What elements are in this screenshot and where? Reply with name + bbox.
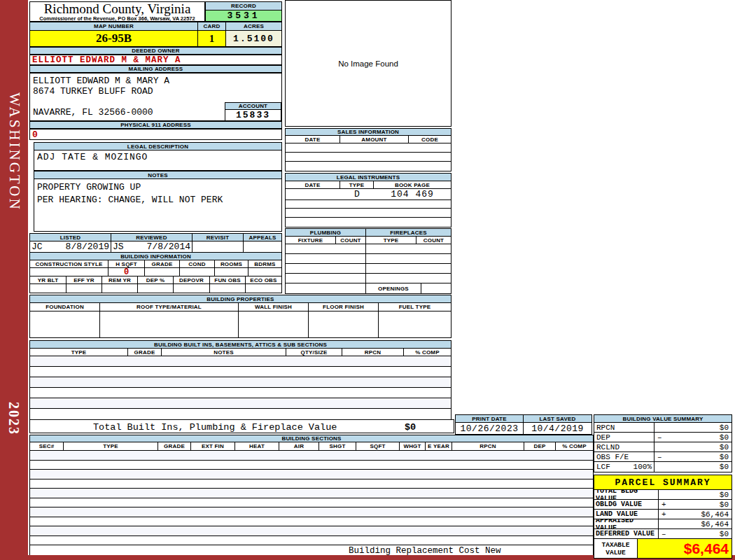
rooms-label: ROOMS xyxy=(215,260,248,267)
bvs-row-label: LCF xyxy=(596,463,610,471)
record-value: 3531 xyxy=(206,10,281,21)
openings-value xyxy=(421,284,451,293)
openings-label: OPENINGS xyxy=(366,284,421,293)
bvs-row-pct: 100% xyxy=(634,463,652,471)
deeded-owner-value: ELLIOTT EDWARD M & MARY A xyxy=(30,55,181,65)
bvs-row-label: DEP xyxy=(596,433,610,442)
left-district-band: WASHINGTON 2023 xyxy=(0,0,28,560)
physical-911-value: 0 xyxy=(30,130,38,140)
plumbing-empty-cell xyxy=(286,274,366,283)
sales-empty-row xyxy=(286,144,451,153)
acres-value: 1.5100 xyxy=(226,31,281,46)
bvs-row: DEP – $0 xyxy=(594,433,732,442)
sale-date-label: DATE xyxy=(286,136,340,143)
air-label: AIR xyxy=(279,442,319,450)
mailing-line-2: 8674 TURKEY BLUFF ROAD xyxy=(33,86,153,97)
sales-information-title: SALES INFORMATION xyxy=(286,129,451,136)
sales-information: SALES INFORMATION DATE AMOUNT CODE xyxy=(285,128,451,172)
foundation-label: FOUNDATION xyxy=(30,303,100,311)
parcel-row-label: TOTAL BLDG VALUE xyxy=(594,490,659,499)
plumbing-title: PLUMBING xyxy=(286,229,366,236)
fun-obs-label: FUN OBS xyxy=(210,276,246,284)
builtin-empty-row xyxy=(30,367,451,377)
sales-empty-row xyxy=(286,153,451,162)
parcel-row: OBLDG VALUE + $0 xyxy=(594,500,732,510)
building-sections-rows xyxy=(29,450,594,545)
parcel-row-value: $0 xyxy=(720,500,729,509)
card-value: 1 xyxy=(198,31,226,46)
instrument-bookpage-value: 104 469 xyxy=(374,189,451,200)
parcel-row-label: DEFERRED VALUE xyxy=(594,529,659,538)
yr-blt-label: YR BLT xyxy=(30,276,66,284)
fireplaces-title: FIREPLACES xyxy=(366,229,451,236)
deeded-owner-row: ELLIOTT EDWARD M & MARY A xyxy=(29,55,282,65)
visits-table: LISTED REVIEWED REVISIT APPEALS JC 8/8/2… xyxy=(29,233,282,253)
building-value-summary: BUILDING VALUE SUMMARY RPCN $0 DEP – $0 xyxy=(594,414,732,472)
floor-finish-value xyxy=(309,312,379,337)
grade-label: GRADE xyxy=(145,260,180,267)
mailing-address-box: ELLIOTT EDWARD M & MARY A 8674 TURKEY BL… xyxy=(29,73,282,121)
section-type-label: TYPE xyxy=(64,442,158,450)
building-properties: BUILDING PROPERTIES FOUNDATION ROOF TYPE… xyxy=(29,295,451,338)
instrument-row: D 104 469 xyxy=(286,189,451,200)
section-empty-row xyxy=(30,507,593,517)
plumbing-fireplaces: PLUMBING FIREPLACES FIXTURE COUNT TYPE C… xyxy=(285,228,451,294)
fireplace-empty-cell xyxy=(366,264,451,273)
rooms-value xyxy=(215,268,248,276)
parcel-summary: PARCEL SUMMARY TOTAL BLDG VALUE $0 OBLDG… xyxy=(594,475,732,559)
sqft-label: SQFT xyxy=(356,442,400,450)
fuel-type-label: FUEL TYPE xyxy=(379,303,451,311)
fuel-type-value xyxy=(379,312,451,337)
builtin-type-label: TYPE xyxy=(30,349,128,356)
e-year-label: E YEAR xyxy=(426,442,452,450)
built-ins-total-label: Total Built Ins, Plumbing & Fireplace Va… xyxy=(93,422,337,433)
county-subtitle: Commissioner of the Revenue, PO Box 366,… xyxy=(30,15,204,22)
taxable-value-amount: $6,464 xyxy=(638,539,732,558)
listed-label: LISTED xyxy=(30,234,111,241)
replacement-cost-label: Building Replacement Cost New xyxy=(349,546,501,556)
bvs-row: OBS F/E – $0 xyxy=(594,452,732,462)
parcel-row-value: $0 xyxy=(720,491,729,499)
tax-year: 2023 xyxy=(6,402,22,435)
parcel-row-label: LAND VALUE xyxy=(594,510,659,519)
built-ins-title: BUILDING BUILT INS, BASEMENTS, ATTICS & … xyxy=(30,341,451,349)
last-saved-value: 10/4/2019 xyxy=(524,423,592,434)
roof-type-value xyxy=(100,312,239,337)
h-sqft-label: H SQFT xyxy=(108,260,145,267)
appeals-cell xyxy=(244,241,281,252)
notes-label: NOTES xyxy=(34,172,281,179)
sale-code-label: CODE xyxy=(409,136,451,143)
builtin-notes-label: NOTES xyxy=(162,349,286,356)
cond-label: COND xyxy=(180,260,215,267)
builtin-empty-row xyxy=(30,398,451,409)
fireplace-type-label: TYPE xyxy=(366,237,416,244)
bvs-row-label: RPCN xyxy=(596,424,615,432)
parcel-summary-title: PARCEL SUMMARY xyxy=(594,475,732,490)
instrument-type-label: TYPE xyxy=(340,181,374,188)
instrument-date-value xyxy=(286,189,340,200)
grade-value xyxy=(145,268,180,276)
building-information: BUILDING INFORMATION CONSTRUCTION STYLE … xyxy=(29,252,282,293)
sale-amount-label: AMOUNT xyxy=(340,136,409,143)
built-ins-total-row: Total Built Ins, Plumbing & Fireplace Va… xyxy=(29,419,454,433)
dep-pct-label: DEP % xyxy=(138,276,174,284)
parcel-row-op: – xyxy=(662,530,666,538)
bdrms-label: BDRMS xyxy=(248,260,281,267)
fireplace-count-label: COUNT xyxy=(416,237,451,244)
section-grade-label: GRADE xyxy=(158,442,191,450)
bvs-row: RCLND $0 xyxy=(594,442,732,452)
section-empty-row xyxy=(30,451,593,461)
section-empty-row xyxy=(30,517,593,527)
section-empty-row xyxy=(30,536,593,545)
county-name: Richmond County, Virginia xyxy=(30,2,204,15)
section-comp-label: % COMP xyxy=(556,442,593,450)
building-properties-title: BUILDING PROPERTIES xyxy=(30,295,451,303)
sales-empty-row xyxy=(286,162,451,171)
sec-num-label: SEC# xyxy=(30,442,64,450)
notes-line-2: PER HEARING: CHANGE, WILL NOT PERK xyxy=(37,194,281,206)
ext-fin-label: EXT FIN xyxy=(191,442,235,450)
map-number-label: MAP NUMBER xyxy=(30,22,198,30)
mailing-line-1: ELLIOTT EDWARD M & MARY A xyxy=(33,76,169,86)
wall-finish-value xyxy=(239,312,309,337)
revisit-label: REVISIT xyxy=(192,234,244,241)
